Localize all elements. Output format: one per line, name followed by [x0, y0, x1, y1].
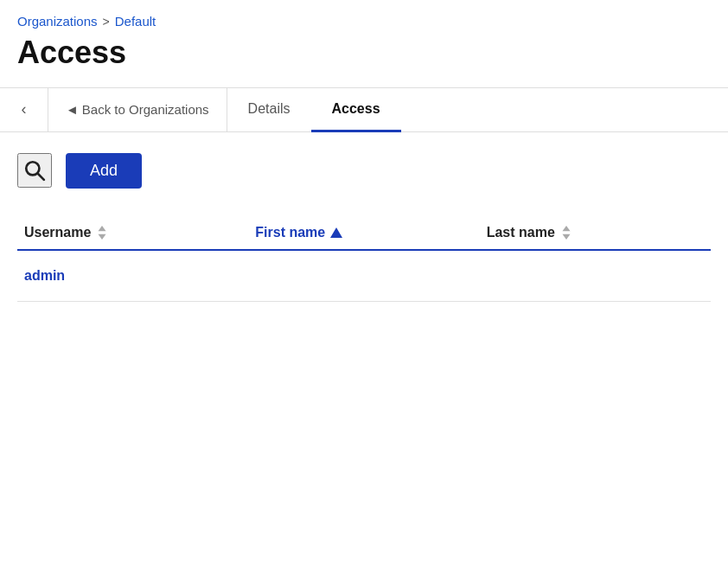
- firstname-sort-icon[interactable]: [330, 225, 342, 240]
- back-to-organizations-link[interactable]: ◄ Back to Organizations: [48, 88, 227, 131]
- svg-marker-3: [99, 234, 106, 239]
- breadcrumb-separator: >: [103, 15, 110, 29]
- search-icon: [23, 159, 46, 182]
- svg-marker-2: [99, 225, 106, 230]
- cell-firstname: [248, 250, 479, 302]
- col-firstname-label: First name: [255, 225, 325, 240]
- sort-up-icon: [330, 225, 342, 240]
- search-button[interactable]: [17, 153, 52, 188]
- username-sort-icon[interactable]: [96, 225, 108, 240]
- col-lastname: Last name: [480, 216, 711, 250]
- tab-details-label: Details: [248, 101, 291, 117]
- nav-bar: ‹ ◄ Back to Organizations Details Access: [0, 87, 728, 132]
- username-link[interactable]: admin: [24, 268, 65, 283]
- col-lastname-label: Last name: [487, 225, 555, 240]
- col-username-label: Username: [24, 225, 91, 240]
- content-area: Add Username: [0, 132, 728, 302]
- cell-lastname: [480, 250, 711, 302]
- page-title: Access: [17, 35, 711, 70]
- back-link-label: Back to Organizations: [82, 102, 209, 117]
- breadcrumb: Organizations > Default: [17, 14, 711, 29]
- svg-line-1: [38, 174, 44, 180]
- table-row: admin: [17, 250, 711, 302]
- cell-username: admin: [17, 250, 248, 302]
- sort-arrows-icon-2: [560, 225, 572, 240]
- users-table: Username First name: [17, 216, 711, 302]
- breadcrumb-default-link[interactable]: Default: [115, 14, 156, 29]
- page-header: Organizations > Default Access: [0, 0, 728, 87]
- tab-access-label: Access: [332, 101, 380, 117]
- table-header-row: Username First name: [17, 216, 711, 250]
- svg-marker-5: [562, 225, 570, 230]
- back-arrow-icon: ‹: [22, 100, 27, 118]
- col-username: Username: [17, 216, 248, 250]
- sort-arrows-icon: [96, 225, 108, 240]
- svg-marker-4: [330, 227, 342, 238]
- tab-access[interactable]: Access: [311, 88, 401, 132]
- nav-collapse-button[interactable]: ‹: [0, 88, 48, 131]
- toolbar: Add: [17, 153, 711, 189]
- col-firstname: First name: [248, 216, 479, 250]
- breadcrumb-organizations-link[interactable]: Organizations: [17, 14, 98, 29]
- back-chevron-icon: ◄: [66, 102, 79, 117]
- tab-details[interactable]: Details: [227, 88, 311, 132]
- svg-marker-6: [562, 234, 570, 239]
- add-button[interactable]: Add: [66, 153, 142, 189]
- lastname-sort-icon[interactable]: [560, 225, 572, 240]
